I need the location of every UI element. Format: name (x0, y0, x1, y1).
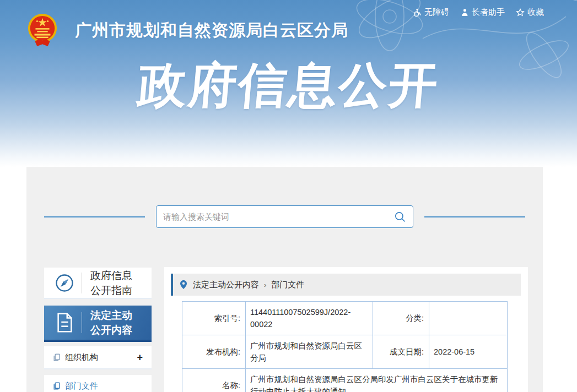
index-number-label: 索引号: (182, 302, 246, 335)
compass-icon (54, 273, 75, 293)
table-row-index: 索引号: 11440111007502599J/2022-00022 分类: (182, 302, 508, 335)
category-value (429, 302, 508, 335)
china-national-emblem-icon (26, 13, 58, 47)
accessibility-link[interactable]: 无障碍 (413, 7, 449, 18)
sidebar-item-department-files-label: 部门文件 (65, 381, 98, 391)
person-icon (460, 8, 469, 17)
location-pin-icon (180, 280, 187, 290)
elder-assistant-label: 长者助手 (472, 7, 505, 18)
wheelchair-icon (413, 8, 422, 17)
table-row-agency: 发布机构: 广州市规划和自然资源局白云区分局 成文日期: 2022-06-15 (182, 335, 508, 369)
search-box (156, 205, 413, 228)
search-input[interactable] (163, 212, 394, 221)
breadcrumb-separator: › (264, 281, 266, 289)
expand-plus-icon[interactable]: + (137, 352, 143, 362)
site-name: 广州市规划和自然资源局白云区分局 (75, 19, 348, 42)
divider-line-left (44, 216, 145, 217)
index-number-value: 11440111007502599J/2022-00022 (246, 302, 373, 335)
sidebar-item-statutory-disclosure[interactable]: 法定主动 公开内容 (44, 306, 152, 342)
quick-links: 无障碍 长者助手 收藏 (413, 7, 544, 18)
divider (82, 312, 82, 333)
document-name-label: 名称: (182, 369, 246, 392)
elder-assistant-link[interactable]: 长者助手 (460, 7, 505, 18)
sidebar-item-department-files[interactable]: 部门文件 (44, 375, 152, 392)
document-name-value: 广州市规划和自然资源局白云区分局印发广州市白云区关于在城市更新行动中防止大拆大建… (246, 369, 508, 392)
written-date-label: 成文日期: (373, 335, 429, 369)
page: 广州市规划和自然资源局白云区分局 无障碍 长者助手 (0, 0, 577, 392)
sidebar-item-guide-label: 政府信息 公开指南 (90, 268, 132, 298)
site-header: 广州市规划和自然资源局白云区分局 无障碍 长者助手 (0, 0, 577, 167)
brand: 广州市规划和自然资源局白云区分局 (26, 13, 348, 47)
breadcrumb: 法定主动公开内容 › 部门文件 (171, 274, 521, 296)
sidebar-item-statutory-label: 法定主动 公开内容 (90, 308, 132, 337)
accessibility-label: 无障碍 (424, 7, 449, 18)
table-row-title: 名称: 广州市规划和自然资源局白云区分局印发广州市白云区关于在城市更新行动中防止… (182, 369, 508, 392)
sidebar-item-organization[interactable]: 组织机构 + (44, 346, 152, 369)
sidebar-item-organization-label: 组织机构 (65, 352, 98, 363)
publishing-agency-value: 广州市规划和自然资源局白云区分局 (246, 335, 373, 369)
favorite-link[interactable]: 收藏 (516, 7, 544, 18)
page-title: 政府信息公开 (0, 53, 577, 118)
pages-icon (53, 382, 61, 390)
divider (82, 273, 82, 293)
main-panel: 政府信息 公开指南 法定主动 公开内容 (26, 167, 543, 392)
document-icon (54, 312, 75, 334)
publishing-agency-label: 发布机构: (182, 335, 246, 369)
breadcrumb-statutory-disclosure[interactable]: 法定主动公开内容 (193, 280, 259, 290)
favorite-label: 收藏 (527, 7, 544, 18)
search-icon[interactable] (394, 211, 406, 223)
breadcrumb-department-files[interactable]: 部门文件 (271, 280, 304, 290)
document-meta-table: 索引号: 11440111007502599J/2022-00022 分类: 发… (182, 301, 508, 392)
category-label: 分类: (373, 302, 429, 335)
sidebar: 政府信息 公开指南 法定主动 公开内容 (44, 268, 152, 392)
written-date-value: 2022-06-15 (429, 335, 508, 369)
content-card: 法定主动公开内容 › 部门文件 索引号: 11440111007502599J/… (164, 267, 528, 392)
pages-icon (53, 353, 61, 361)
divider-line-right (424, 216, 525, 217)
star-icon (516, 8, 525, 17)
sidebar-item-guide[interactable]: 政府信息 公开指南 (44, 268, 152, 299)
